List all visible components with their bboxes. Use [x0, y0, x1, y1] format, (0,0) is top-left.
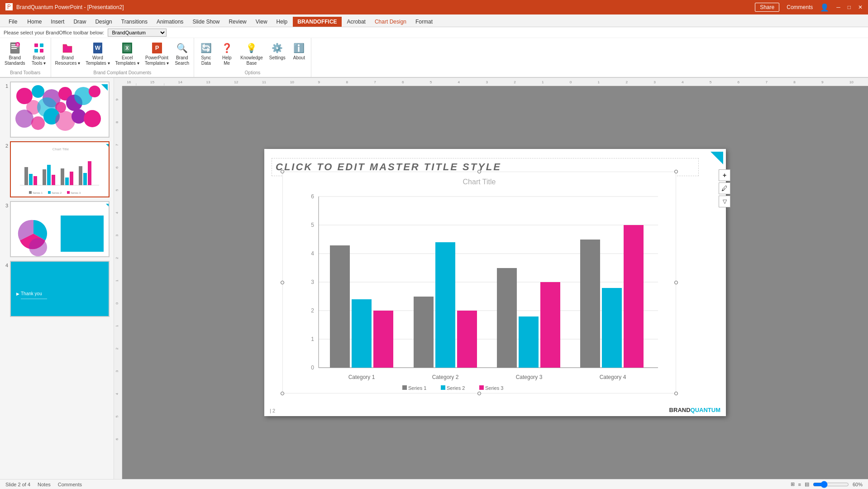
svg-rect-8	[34, 49, 38, 53]
handle-bl[interactable]	[281, 392, 284, 395]
maximize-icon[interactable]: □	[848, 4, 851, 10]
tab-review[interactable]: Review	[224, 17, 251, 27]
brand-standards-button[interactable]: B BrandStandards	[2, 39, 28, 68]
slide-thumb-3[interactable]: 3	[2, 201, 112, 257]
slide-canvas[interactable]: CLICK TO EDIT MASTER TITLE STYLE	[122, 86, 868, 479]
tab-insert[interactable]: Insert	[46, 17, 69, 27]
tab-draw[interactable]: Draw	[69, 17, 91, 27]
close-icon[interactable]: ✕	[858, 4, 863, 10]
svg-text:7: 7	[765, 80, 768, 84]
slide-num-1: 1	[2, 83, 8, 89]
svg-text:10: 10	[849, 80, 854, 84]
brand-tools-label: BrandTools ▾	[32, 55, 46, 66]
ribbon-tabs: File Home Insert Draw Design Transitions…	[0, 14, 868, 27]
comments-status[interactable]: Comments	[58, 482, 82, 487]
brand-search-button[interactable]: 🔍 BrandSearch	[172, 39, 192, 68]
brand-resources-button[interactable]: BrandResources ▾	[53, 39, 83, 68]
slide-preview-3	[10, 201, 110, 257]
handle-bc[interactable]	[477, 392, 481, 395]
slide-thumb-1[interactable]: 1	[2, 82, 112, 138]
handle-tc[interactable]	[477, 170, 481, 173]
slide-3-svg	[11, 202, 110, 257]
chart-tool-brush-button[interactable]: 🖊	[719, 182, 730, 194]
zoom-slider[interactable]	[813, 481, 849, 488]
svg-text:X: X	[126, 45, 129, 51]
svg-rect-136	[373, 311, 393, 368]
slide-page: CLICK TO EDIT MASTER TITLE STYLE	[264, 149, 726, 416]
knowledge-base-button[interactable]: 💡 KnowledgeBase	[238, 39, 265, 68]
word-templates-button[interactable]: W WordTemplates ▾	[83, 39, 112, 68]
svg-rect-144	[602, 288, 622, 368]
brand-docs-items: BrandResources ▾ W WordTemplates ▾	[51, 39, 194, 70]
settings-button[interactable]: ⚙️ Settings	[267, 39, 288, 62]
tab-acrobat[interactable]: Acrobat	[343, 17, 370, 27]
slide-thumb-4[interactable]: 4 ▶ Thank you	[2, 261, 112, 317]
svg-rect-3	[11, 48, 17, 49]
notes-button[interactable]: Notes	[38, 482, 51, 487]
svg-rect-56	[48, 191, 51, 194]
help-me-button[interactable]: ❓ HelpMe	[217, 39, 237, 68]
svg-rect-7	[40, 43, 43, 47]
chart-tool-add-button[interactable]: +	[719, 169, 730, 181]
handle-br[interactable]	[674, 392, 678, 395]
tab-slideshow[interactable]: Slide Show	[188, 17, 224, 27]
brand-toolbars-group-label: Brand Toolbars	[0, 70, 51, 76]
svg-text:6: 6	[115, 438, 119, 440]
tab-view[interactable]: View	[251, 17, 272, 27]
view-slide-icon[interactable]: ▤	[805, 481, 809, 487]
svg-text:Thank you: Thank you	[21, 291, 42, 296]
svg-text:8: 8	[793, 80, 796, 84]
slide-thumb-2[interactable]: 2 Chart Title	[2, 141, 112, 197]
powerpoint-templates-button[interactable]: P PowerPointTemplates ▾	[143, 39, 171, 68]
tab-home[interactable]: Home	[23, 17, 46, 27]
svg-point-32	[31, 116, 45, 130]
tab-design[interactable]: Design	[91, 17, 116, 27]
svg-rect-41	[24, 167, 28, 185]
svg-rect-137	[414, 297, 434, 368]
user-icon[interactable]: 👤	[820, 3, 829, 12]
minimize-icon[interactable]: ─	[836, 4, 840, 10]
svg-text:Chart Title: Chart Title	[463, 178, 496, 186]
excel-templates-button[interactable]: X ExcelTemplates ▾	[113, 39, 142, 68]
view-outline-icon[interactable]: ≡	[798, 482, 801, 487]
svg-text:5: 5	[311, 222, 314, 228]
svg-rect-139	[457, 311, 477, 368]
view-normal-icon[interactable]: ⊞	[791, 481, 795, 487]
handle-mr[interactable]	[674, 281, 678, 284]
brand-docs-group-label: Brand Compliant Documents	[51, 70, 194, 76]
tab-file[interactable]: File	[4, 16, 22, 27]
chart-tool-filter-button[interactable]: ▽	[719, 196, 730, 207]
svg-text:4: 4	[115, 393, 119, 395]
svg-text:3: 3	[115, 234, 119, 236]
brand-tools-button[interactable]: BrandTools ▾	[29, 39, 49, 68]
sync-data-icon: 🔄	[199, 41, 213, 55]
slide-num-2: 2	[2, 143, 8, 149]
share-button[interactable]: Share	[755, 3, 779, 12]
svg-text:0: 0	[311, 364, 314, 371]
toolbar-dropdown[interactable]: BrandQuantum	[108, 29, 167, 37]
handle-tl[interactable]	[281, 170, 284, 173]
slide-num-4: 4	[2, 263, 8, 268]
handle-tr[interactable]	[674, 170, 678, 173]
word-templates-icon: W	[91, 41, 105, 55]
slide-footer-left: | 2	[270, 408, 275, 413]
tab-chart-design[interactable]: Chart Design	[370, 17, 411, 27]
tab-animations[interactable]: Animations	[152, 17, 188, 27]
ribbon-group-brand-toolbars: B BrandStandards BrandTools ▾	[0, 38, 51, 77]
tab-format[interactable]: Format	[411, 17, 437, 27]
tab-brandoffice[interactable]: BRANDOFFICE	[293, 17, 341, 27]
handle-ml[interactable]	[281, 281, 284, 284]
about-button[interactable]: ℹ️ About	[289, 39, 309, 62]
svg-rect-143	[580, 240, 600, 368]
tab-transitions[interactable]: Transitions	[117, 17, 152, 27]
svg-text:10: 10	[290, 80, 295, 84]
toolbar-selector-label: Please select your BrandOffice toolbar b…	[4, 30, 104, 35]
comments-button[interactable]: Comments	[787, 4, 813, 10]
tab-help[interactable]: Help	[272, 17, 292, 27]
svg-text:Category 1: Category 1	[348, 374, 375, 380]
chart-area[interactable]: Chart Title 6 5	[282, 172, 676, 393]
help-me-label: HelpMe	[222, 55, 232, 66]
svg-text:6: 6	[311, 193, 314, 200]
svg-rect-54	[29, 191, 32, 194]
sync-data-button[interactable]: 🔄 SyncData	[196, 39, 216, 68]
